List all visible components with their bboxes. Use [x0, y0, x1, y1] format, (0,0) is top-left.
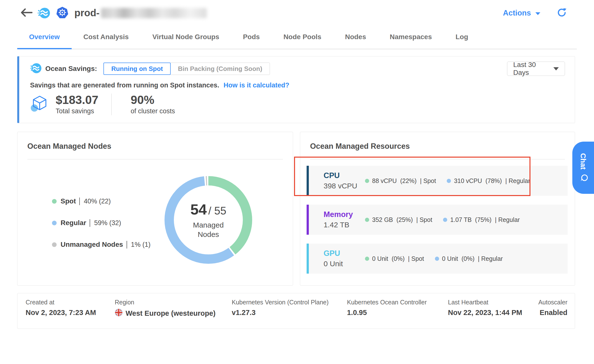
cpu-accent-bar: [307, 166, 309, 196]
cluster-info-bar: Created at Nov 2, 2023, 7:23 AM Region W…: [17, 293, 575, 329]
last-heartbeat-value: Nov 22, 2023, 1:44 PM: [448, 309, 522, 317]
metric-divider: [111, 94, 112, 115]
resource-row-cpu: CPU 398 vCPU 88 vCPU (22%) | Spot 310 vC…: [307, 166, 568, 196]
tab-pods[interactable]: Pods: [231, 26, 271, 49]
tab-nodes[interactable]: Nodes: [333, 26, 378, 49]
cpu-spot-stat: 88 vCPU (22%) | Spot: [365, 177, 436, 184]
stat-text: 0 Unit (0%) | Regular: [442, 255, 503, 262]
created-at-value: Nov 2, 2023, 7:23 AM: [26, 309, 96, 317]
donut-center-text: 54 / 55 Managed Nodes: [162, 173, 255, 267]
tab-cost-analysis[interactable]: Cost Analysis: [72, 26, 141, 49]
tab-virtual-node-groups[interactable]: Virtual Node Groups: [141, 26, 231, 49]
stat-text: 310 vCPU (78%) | Regular: [454, 177, 530, 184]
ocean-wave-icon: [30, 62, 42, 75]
stat-text: 0 Unit (0%) | Spot: [372, 255, 424, 262]
k8s-version-value: v1.27.3: [232, 309, 256, 317]
regular-dot-icon: [447, 179, 451, 183]
cluster-title-prefix: prod-: [74, 7, 99, 18]
how-calculated-link[interactable]: How is it calculated?: [224, 82, 289, 89]
gpu-total-value: 0 Unit: [324, 260, 365, 268]
created-at-label: Created at: [26, 299, 54, 306]
memory-regular-stat: 1.07 TB (75%) | Regular: [443, 216, 520, 223]
legend-item-spot: Spot 40% (22): [52, 197, 150, 205]
tab-overview[interactable]: Overview: [17, 26, 72, 49]
gpu-spot-stat: 0 Unit (0%) | Spot: [365, 255, 424, 262]
ocean-savings-label: Ocean Savings:: [45, 65, 97, 73]
memory-total-value: 1.42 TB: [324, 221, 365, 229]
regular-dot-icon: [443, 218, 447, 222]
resource-row-gpu: GPU 0 Unit 0 Unit (0%) | Spot 0 Unit (0%…: [307, 244, 568, 274]
tab-bar: Overview Cost Analysis Virtual Node Grou…: [17, 26, 577, 49]
memory-accent-bar: [307, 205, 309, 235]
running-on-spot-toggle[interactable]: Running on Spot: [103, 63, 171, 75]
divider: [310, 159, 565, 159]
regular-dot-icon: [435, 257, 439, 261]
last-heartbeat-label: Last Heartbeat: [448, 299, 488, 306]
actions-label: Actions: [503, 9, 531, 17]
managed-count: 54: [190, 201, 207, 218]
spot-dot-icon: [365, 257, 369, 261]
managed-nodes-label: Managed Nodes: [185, 220, 232, 239]
gpu-regular-stat: 0 Unit (0%) | Regular: [435, 255, 503, 262]
redacted-cluster-name: [101, 8, 207, 18]
cluster-cost-metric: 90% of cluster costs: [131, 94, 175, 115]
cpu-regular-stat: 310 vCPU (78%) | Regular: [447, 177, 530, 184]
cpu-total-value: 398 vCPU: [324, 182, 365, 190]
kubernetes-logo-icon: [55, 6, 69, 20]
k8s-version-label: Kubernetes Version (Control Plane): [232, 299, 329, 306]
dropdown-caret-icon: [553, 67, 559, 70]
total-savings-value: $183.07: [56, 94, 99, 106]
legend-item-regular: Regular 59% (32): [52, 219, 150, 227]
cluster-title: prod-: [74, 7, 207, 18]
period-dropdown[interactable]: Last 30 Days: [507, 62, 565, 76]
back-arrow-icon: [20, 8, 33, 18]
autoscaler-label: Autoscaler: [538, 299, 567, 306]
savings-mode-toggle: Running on Spot Bin Packing (Coming Soon…: [103, 63, 270, 75]
unmanaged-dot-icon: [52, 242, 57, 247]
spot-dot-icon: [52, 199, 57, 204]
legend-value: 40% (22): [79, 198, 111, 205]
managed-nodes-donut-chart: 54 / 55 Managed Nodes: [162, 173, 255, 267]
chevron-down-icon: [535, 9, 541, 17]
gpu-accent-bar: [307, 244, 309, 274]
cluster-cost-label: of cluster costs: [131, 107, 175, 115]
period-dropdown-value: Last 30 Days: [513, 61, 553, 77]
legend-item-unmanaged: Unmanaged Nodes 1% (1): [52, 241, 150, 248]
legend-label: Spot: [61, 197, 76, 205]
tab-node-pools[interactable]: Node Pools: [272, 26, 333, 49]
legend-label: Regular: [61, 219, 86, 227]
stat-text: 1.07 TB (75%) | Regular: [450, 216, 520, 223]
refresh-icon[interactable]: [557, 7, 567, 19]
ocean-controller-value: 1.0.95: [347, 309, 367, 317]
cpu-name: CPU: [324, 171, 365, 180]
resource-row-memory: Memory 1.42 TB 352 GB (25%) | Spot 1.07 …: [307, 205, 568, 235]
ocean-logo-icon: [37, 6, 51, 20]
autoscaler-value: Enabled: [540, 309, 567, 317]
tab-log[interactable]: Log: [444, 26, 480, 49]
chat-label: Chat: [579, 153, 587, 170]
managed-resources-title: Ocean Managed Resources: [310, 142, 565, 151]
stat-text: 352 GB (25%) | Spot: [372, 216, 432, 223]
regular-dot-icon: [52, 221, 57, 225]
chat-button[interactable]: Chat: [572, 142, 594, 194]
total-savings-metric: $183.07 Total savings: [56, 94, 99, 115]
memory-name: Memory: [324, 210, 365, 219]
savings-description: Savings that are generated from running …: [30, 82, 219, 89]
back-button[interactable]: [20, 8, 33, 18]
memory-spot-stat: 352 GB (25%) | Spot: [365, 216, 432, 223]
header: prod- Actions: [0, 0, 594, 26]
legend-label: Unmanaged Nodes: [61, 241, 123, 248]
tab-namespaces[interactable]: Namespaces: [378, 26, 444, 49]
region-text: West Europe (westeurope): [126, 309, 215, 317]
ocean-managed-resources-card: Ocean Managed Resources CPU 398 vCPU 88 …: [300, 132, 575, 286]
legend-value: 59% (32): [90, 219, 121, 227]
actions-button[interactable]: Actions: [503, 9, 541, 17]
spot-dot-icon: [365, 218, 369, 222]
divider: [27, 159, 283, 159]
nodes-legend: Spot 40% (22) Regular 59% (32) Unmanaged…: [52, 197, 150, 248]
bin-packing-toggle[interactable]: Bin Packing (Coming Soon): [170, 63, 270, 75]
savings-cube-icon: [30, 94, 49, 115]
spot-dot-icon: [365, 179, 369, 183]
stat-text: 88 vCPU (22%) | Spot: [372, 177, 436, 184]
ocean-controller-label: Kubernetes Ocean Controller: [347, 299, 427, 306]
